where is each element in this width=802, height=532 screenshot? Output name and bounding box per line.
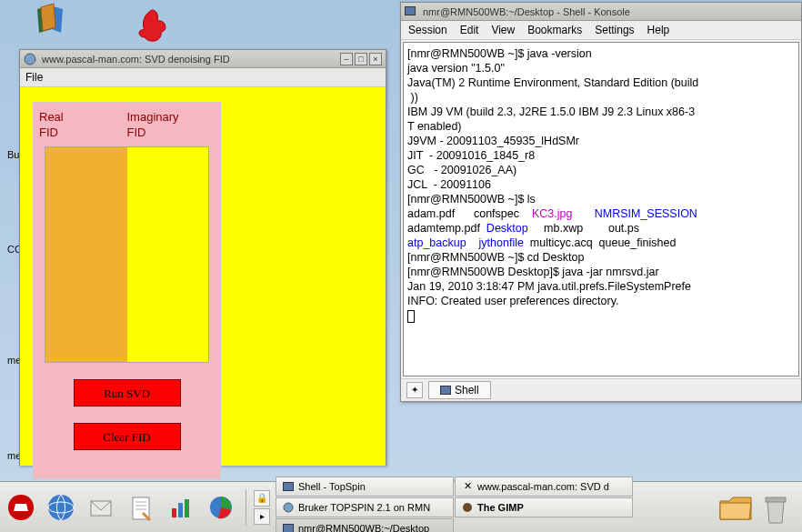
task-pascal-svd[interactable]: ✕ www.pascal-man.com: SVD d xyxy=(455,477,633,497)
konsole-tabbar: ✦ Shell xyxy=(401,378,801,401)
minimize-button[interactable]: – xyxy=(340,53,353,65)
taskbar: 🔒 ▸ Shell - TopSpin ✕ www.pascal-man.com… xyxy=(0,481,802,532)
imag-fid-label: Imaginary FID xyxy=(127,110,216,141)
menu-file[interactable]: File xyxy=(25,71,43,84)
svd-body: Real FID Imaginary FID Run SVD Clear FID xyxy=(20,87,386,466)
chart-launcher[interactable] xyxy=(164,490,198,525)
menu-settings[interactable]: Settings xyxy=(595,24,634,36)
arrow-button[interactable]: ▸ xyxy=(254,508,270,525)
svg-rect-9 xyxy=(178,503,183,517)
desktop-icon-pdf[interactable] xyxy=(132,5,175,48)
menu-session[interactable]: Session xyxy=(408,24,447,36)
terminal-icon xyxy=(282,522,295,533)
task-shell-topspin[interactable]: Shell - TopSpin xyxy=(276,477,454,497)
menu-help[interactable]: Help xyxy=(647,24,670,36)
task-konsole[interactable]: nmr@RMN500WB:~/Desktop xyxy=(276,518,454,533)
folder-launcher[interactable] xyxy=(717,492,755,523)
lock-button[interactable]: 🔒 xyxy=(254,490,270,507)
separator xyxy=(246,489,246,526)
menu-edit[interactable]: Edit xyxy=(460,24,479,36)
svg-point-1 xyxy=(48,495,74,520)
fid-panel: Real FID Imaginary FID Run SVD Clear FID xyxy=(33,102,221,479)
gimp-icon xyxy=(461,501,474,514)
menu-bookmarks[interactable]: Bookmarks xyxy=(527,24,582,36)
tray-buttons: 🔒 ▸ xyxy=(254,490,270,525)
editor-launcher[interactable] xyxy=(124,490,158,525)
konsole-window: nmr@RMN500WB:~/Desktop - Shell - Konsole… xyxy=(400,2,802,402)
svd-window: www.pascal-man.com: SVD denoising FID – … xyxy=(19,49,386,466)
new-tab-button[interactable]: ✦ xyxy=(406,382,423,398)
real-fid-label: Real FID xyxy=(39,110,127,141)
svd-menubar: File xyxy=(20,68,386,87)
run-svd-button[interactable]: Run SVD xyxy=(74,379,181,407)
svd-titlebar[interactable]: www.pascal-man.com: SVD denoising FID – … xyxy=(20,50,386,68)
svg-rect-14 xyxy=(766,497,786,502)
close-button[interactable]: × xyxy=(369,53,382,65)
window-title: nmr@RMN500WB:~/Desktop - Shell - Konsole xyxy=(423,6,797,17)
menu-view[interactable]: View xyxy=(491,24,515,36)
imag-fid-area xyxy=(127,147,209,362)
app-icon xyxy=(24,53,38,65)
task-bruker-topspin[interactable]: Bruker TOPSPIN 2.1 on RMN xyxy=(276,497,454,517)
mail-launcher[interactable] xyxy=(84,490,118,525)
desktop-label: Bu xyxy=(7,149,19,160)
svg-point-13 xyxy=(463,503,472,512)
svg-point-12 xyxy=(284,503,293,512)
pie-launcher[interactable] xyxy=(204,490,238,525)
start-menu-button[interactable] xyxy=(4,490,38,525)
tab-shell[interactable]: Shell xyxy=(428,381,491,399)
terminal-output[interactable]: [nmr@RMN500WB ~]$ java -version java ver… xyxy=(403,42,799,376)
svg-rect-10 xyxy=(185,499,189,517)
clear-fid-button[interactable]: Clear FID xyxy=(74,423,181,450)
maximize-button[interactable]: □ xyxy=(355,53,367,65)
terminal-cursor xyxy=(407,310,415,323)
real-fid-area xyxy=(45,147,127,362)
fid-plot xyxy=(45,146,209,363)
svg-point-0 xyxy=(25,54,35,65)
svg-rect-8 xyxy=(172,508,176,517)
task-list: Shell - TopSpin ✕ www.pascal-man.com: SV… xyxy=(276,477,711,533)
globe-icon xyxy=(282,501,295,514)
desktop-icon-books[interactable] xyxy=(32,2,75,45)
konsole-menubar: Session Edit View Bookmarks Settings Hel… xyxy=(401,21,801,40)
konsole-titlebar[interactable]: nmr@RMN500WB:~/Desktop - Shell - Konsole xyxy=(401,3,801,21)
terminal-icon xyxy=(282,480,295,493)
trash-launcher[interactable] xyxy=(760,492,798,523)
x-icon: ✕ xyxy=(461,480,474,493)
window-title: www.pascal-man.com: SVD denoising FID xyxy=(42,54,340,65)
task-gimp[interactable]: The GIMP xyxy=(455,497,633,517)
browser-launcher[interactable] xyxy=(44,490,78,525)
konsole-icon xyxy=(405,6,419,17)
terminal-icon xyxy=(440,386,451,395)
